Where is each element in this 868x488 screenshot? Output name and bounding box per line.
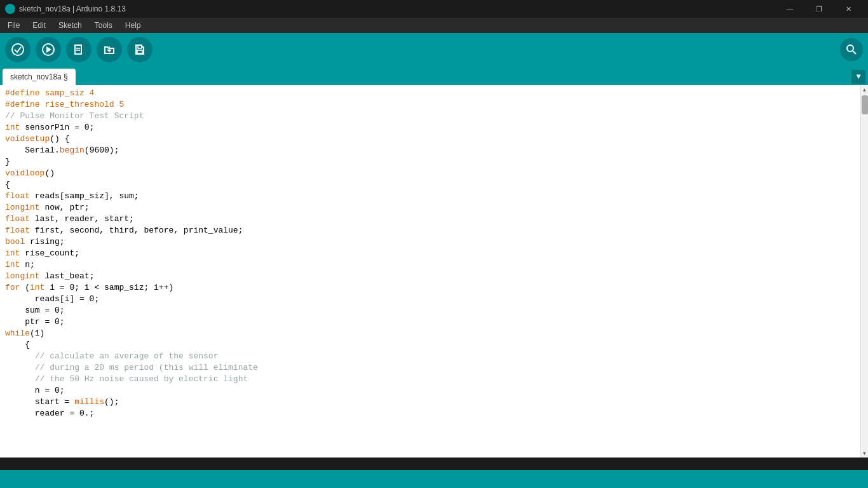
code-line: // the 50 Hz noise caused by electric li… [0,374,860,385]
code-line: // calculate an average of the sensor [0,351,860,362]
close-button[interactable]: ✕ [834,0,863,18]
code-line: float first, second, third, before, prin… [0,225,860,236]
code-line: sum = 0; [0,305,860,316]
code-line: reader = 0.; [0,408,860,419]
svg-point-8 [847,45,853,51]
code-line: } [0,156,860,168]
title-bar-left: sketch_nov18a | Arduino 1.8.13 [5,4,126,14]
code-line: start = millis(); [0,396,860,408]
code-line: reads[i] = 0; [0,294,860,305]
code-line: Serial.begin(9600); [0,145,860,156]
menu-sketch[interactable]: Sketch [53,20,87,31]
menu-edit[interactable]: Edit [27,20,51,31]
toolbar [0,33,868,66]
app-icon [5,4,15,14]
save-button[interactable] [127,37,153,62]
sketch-tab[interactable]: sketch_nov18a § [3,69,76,85]
code-line: bool rising; [0,236,860,248]
scroll-down-arrow[interactable]: ▼ [861,449,869,458]
code-line: #define rise_threshold 5 [0,99,860,111]
new-button[interactable] [66,37,92,62]
code-line: #define samp_siz 4 [0,88,860,99]
svg-rect-7 [137,50,142,53]
svg-marker-2 [46,46,51,53]
code-line: // Pulse Monitor Test Script [0,111,860,122]
menu-tools[interactable]: Tools [90,20,118,31]
console-area [0,458,868,470]
code-line: { [0,339,860,351]
code-line: int rise_count; [0,248,860,259]
code-line: long int last_beat; [0,271,860,282]
minimize-button[interactable]: — [775,0,804,18]
bottom-bar [0,470,868,488]
upload-button[interactable] [36,37,61,62]
menu-file[interactable]: File [3,20,25,31]
svg-line-9 [853,51,856,54]
code-line: float reads[samp_siz], sum; [0,191,860,202]
restore-button[interactable]: ❐ [804,0,834,18]
code-line: float last, reader, start; [0,214,860,225]
menu-help[interactable]: Help [120,20,146,31]
code-line: void setup() { [0,133,860,145]
menu-bar: File Edit Sketch Tools Help [0,18,868,33]
code-line: long int now, ptr; [0,202,860,214]
code-line: // during a 20 ms period (this will elim… [0,362,860,374]
tab-dropdown[interactable]: ▼ [851,70,865,84]
code-line: { [0,179,860,191]
window-title: sketch_nov18a | Arduino 1.8.13 [19,4,126,13]
scroll-up-arrow[interactable]: ▲ [861,85,869,94]
tab-bar: sketch_nov18a § ▼ [0,66,868,85]
upload-icon [42,43,55,56]
code-line: n = 0; [0,385,860,396]
tab-label: sketch_nov18a § [10,72,68,81]
code-line: int sensorPin = 0; [0,122,860,133]
code-line: int n; [0,259,860,271]
vertical-scrollbar[interactable]: ▲ ▼ [860,85,868,458]
code-line: void loop() [0,168,860,179]
search-icon [846,44,857,55]
code-line: while(1) [0,328,860,339]
code-line: for (int i = 0; i < samp_siz; i++) [0,282,860,294]
code-line: ptr = 0; [0,316,860,328]
verify-icon [11,43,24,56]
svg-rect-6 [138,45,142,48]
new-icon [72,43,85,56]
save-icon [133,43,146,56]
title-bar: sketch_nov18a | Arduino 1.8.13 — ❐ ✕ [0,0,868,18]
code-area[interactable]: #define samp_siz 4#define rise_threshold… [0,85,860,458]
svg-rect-3 [75,45,81,54]
search-button[interactable] [840,38,863,61]
editor-container: #define samp_siz 4#define rise_threshold… [0,85,868,458]
scroll-thumb[interactable] [862,95,868,114]
open-button[interactable] [97,37,122,62]
verify-button[interactable] [5,37,31,62]
svg-point-0 [12,44,24,55]
open-icon [103,43,116,56]
title-bar-controls: — ❐ ✕ [775,0,863,18]
